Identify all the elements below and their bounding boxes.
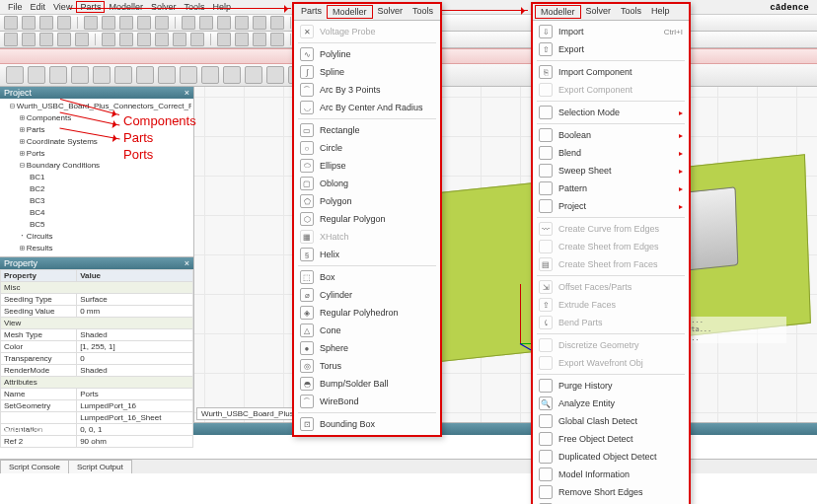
tb-icon[interactable] (182, 16, 195, 30)
tree-bc1[interactable]: BC1 (2, 172, 191, 183)
tree-bc[interactable]: Boundary Conditions (27, 161, 100, 170)
mi-wirebond[interactable]: ⌒WireBond (294, 393, 440, 410)
rb-icon[interactable] (180, 66, 197, 84)
mi-project[interactable]: Project▸ (533, 197, 689, 215)
console-tab-output[interactable]: Script Output (68, 460, 132, 473)
mi-bounding-box[interactable]: ⊡Bounding Box (294, 415, 440, 433)
tb-icon[interactable] (253, 16, 266, 30)
mi-circle[interactable]: ○Circle (294, 139, 440, 157)
mi-purge-history[interactable]: Purge History (533, 377, 689, 395)
menu-help[interactable]: Help (208, 2, 235, 12)
3d-viewport[interactable]: 5mm Wurth_USBC_Board_Plus_Connectors_Cor… (194, 87, 817, 422)
tb-icon[interactable] (199, 16, 213, 30)
mi-box[interactable]: ⬚Box (294, 268, 440, 286)
property-grid[interactable]: PropertyValue Misc Seeding TypeSurface S… (0, 269, 193, 448)
p2-modeller[interactable]: Modeller (535, 5, 581, 19)
tb-icon[interactable] (190, 33, 204, 46)
mi-sphere[interactable]: ●Sphere (294, 339, 440, 357)
tb-icon[interactable] (155, 33, 169, 46)
mi-blend[interactable]: Blend▸ (533, 144, 689, 162)
close-icon[interactable]: × (185, 258, 189, 268)
mi-regular-polyhedron[interactable]: ◈Regular Polyhedron (294, 304, 440, 322)
rb-icon[interactable] (201, 66, 219, 84)
mi-cylinder[interactable]: ⌀Cylinder (294, 286, 440, 304)
tb-icon[interactable] (235, 16, 249, 30)
mi-arc-3pts[interactable]: ⌒Arc By 3 Points (294, 81, 440, 99)
rb-icon[interactable] (114, 66, 132, 84)
tb-icon[interactable] (235, 33, 249, 46)
tree-bc4[interactable]: BC4 (2, 207, 191, 219)
rb-icon[interactable] (49, 66, 67, 84)
tree-components[interactable]: Components (27, 113, 71, 122)
rb-icon[interactable] (136, 66, 154, 84)
p1-modeller[interactable]: Modeller (327, 5, 373, 19)
menu-solver[interactable]: Solver (147, 2, 181, 12)
rb-icon[interactable] (245, 66, 262, 84)
mi-regular-polygon[interactable]: ⬡Regular Polygon (294, 210, 440, 228)
tb-icon[interactable] (84, 16, 98, 30)
close-icon[interactable]: × (185, 88, 189, 98)
mi-cone[interactable]: △Cone (294, 322, 440, 339)
tree-bc3[interactable]: BC3 (2, 195, 191, 207)
tree-results[interactable]: Results (27, 244, 53, 252)
rb-icon[interactable] (6, 66, 24, 84)
mi-spline[interactable]: ∫Spline (294, 63, 440, 81)
rb-icon[interactable] (223, 66, 241, 84)
tb-icon[interactable] (137, 33, 151, 46)
menu-modeller[interactable]: Modeller (105, 2, 147, 12)
tb-icon[interactable] (75, 33, 89, 46)
mi-ellipse[interactable]: ⬭Ellipse (294, 157, 440, 175)
tree-bc2[interactable]: BC2 (2, 183, 191, 195)
mi-boolean[interactable]: Boolean▸ (533, 126, 689, 144)
tb-icon[interactable] (102, 33, 115, 46)
mi-selection-mode[interactable]: Selection Mode▸ (533, 104, 689, 121)
rb-icon[interactable] (266, 66, 284, 84)
tb-icon[interactable] (39, 33, 53, 46)
mi-sweep-sheet[interactable]: Sweep Sheet▸ (533, 162, 689, 180)
tree-root[interactable]: Wurth_USBC_Board_Plus_Connectors_Correct… (17, 102, 191, 110)
menu-edit[interactable]: Edit (27, 2, 50, 12)
tree-bc5[interactable]: BC5 (2, 219, 191, 231)
tb-icon[interactable] (4, 16, 18, 30)
tb-icon[interactable] (217, 16, 231, 30)
mi-rectangle[interactable]: ▭Rectangle (294, 121, 440, 139)
mi-remove-short-edges[interactable]: Remove Short Edges (533, 483, 689, 501)
mi-bump[interactable]: ◓Bump/Solder Ball (294, 375, 440, 393)
tb-icon[interactable] (137, 16, 151, 30)
mi-duplicated-object[interactable]: Duplicated Object Detect (533, 448, 689, 466)
tb-icon[interactable] (4, 33, 18, 46)
tree-circuits[interactable]: Circuits (27, 232, 53, 241)
menu-tools[interactable]: Tools (180, 2, 208, 12)
tb-icon[interactable] (119, 33, 133, 46)
mi-torus[interactable]: ◎Torus (294, 357, 440, 375)
mi-analyze-entity[interactable]: 🔍Analyze Entity (533, 395, 689, 412)
mi-pattern[interactable]: Pattern▸ (533, 180, 689, 197)
tb-icon[interactable] (22, 33, 36, 46)
rb-icon[interactable] (71, 66, 89, 84)
mi-global-clash[interactable]: Global Clash Detect (533, 412, 689, 430)
p2-tools[interactable]: Tools (616, 5, 646, 19)
mi-import-component[interactable]: ⎘Import Component (533, 63, 689, 81)
tb-icon[interactable] (119, 16, 133, 30)
mi-arc-center[interactable]: ◡Arc By Center And Radius (294, 99, 440, 116)
p2-help[interactable]: Help (646, 5, 675, 19)
tb-icon[interactable] (155, 16, 169, 30)
tb-icon[interactable] (102, 16, 115, 30)
p1-solver[interactable]: Solver (373, 5, 408, 19)
tb-icon[interactable] (57, 33, 71, 46)
tb-icon[interactable] (253, 33, 266, 46)
tb-icon[interactable] (173, 33, 186, 46)
p2-solver[interactable]: Solver (581, 5, 617, 19)
tree-ports[interactable]: Ports (27, 149, 45, 158)
tb-icon[interactable] (22, 16, 36, 30)
console-tab-console[interactable]: Script Console (0, 460, 69, 473)
mi-export[interactable]: ⇧Export (533, 40, 689, 58)
mi-oblong[interactable]: ▢Oblong (294, 175, 440, 192)
rb-icon[interactable] (28, 66, 45, 84)
mi-polyline[interactable]: ∿Polyline (294, 45, 440, 63)
menu-file[interactable]: File (4, 2, 27, 12)
tb-icon[interactable] (217, 33, 231, 46)
mi-free-object[interactable]: Free Object Detect (533, 430, 689, 448)
tree-parts[interactable]: Parts (27, 125, 45, 134)
mi-helix[interactable]: §Helix (294, 246, 440, 263)
